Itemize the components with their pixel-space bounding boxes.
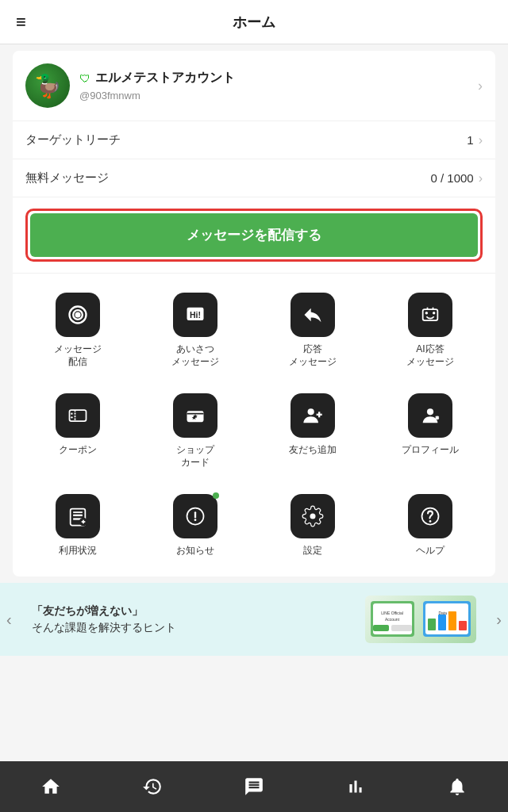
svg-text:Hi!: Hi! xyxy=(190,310,201,320)
svg-point-29 xyxy=(194,519,197,522)
shop-card-icon xyxy=(173,393,217,438)
free-messages-row[interactable]: 無料メッセージ 0 / 1000 › xyxy=(13,159,495,197)
target-reach-value: 1 xyxy=(467,133,473,147)
svg-point-10 xyxy=(71,413,72,415)
coupon-icon xyxy=(56,393,100,438)
menu-button[interactable]: ≡ xyxy=(16,12,26,33)
nav-notifications[interactable] xyxy=(434,770,480,803)
grid-item-usage[interactable]: 利用状況 xyxy=(19,488,137,564)
feature-grid: メッセージ配信 Hi! あいさつメッセージ xyxy=(13,274,495,576)
send-message-button[interactable]: メッセージを配信する xyxy=(30,213,478,257)
coupon-label: クーポン xyxy=(59,444,97,457)
grid-item-shop-card[interactable]: ショップカード xyxy=(137,387,254,475)
free-messages-chevron: › xyxy=(479,171,483,186)
send-button-outer: メッセージを配信する xyxy=(25,209,483,262)
add-friend-icon xyxy=(291,393,335,438)
svg-point-5 xyxy=(433,312,436,315)
broadcast-label: メッセージ配信 xyxy=(54,343,102,368)
shop-card-label: ショップカード xyxy=(176,444,214,469)
svg-point-30 xyxy=(310,514,316,519)
greeting-icon: Hi! xyxy=(173,293,217,337)
help-label: ヘルプ xyxy=(416,545,444,557)
grid-item-message-broadcast[interactable]: メッセージ配信 xyxy=(19,286,137,374)
grid-item-profile[interactable]: プロフィール xyxy=(371,387,489,475)
banner-section: ‹ 「友だちが増えない」 そんな課題を解決するヒント LINE Official… xyxy=(0,583,508,656)
svg-rect-37 xyxy=(373,625,389,631)
profile-row[interactable]: 🦆 🛡 エルメテストアカウント @903fmnwm › xyxy=(13,51,495,121)
banner-line2: そんな課題を解決するヒント xyxy=(32,619,176,636)
svg-point-11 xyxy=(71,416,72,418)
main-card: 🦆 🛡 エルメテストアカウント @903fmnwm › ターゲットリーチ 1 ›… xyxy=(13,51,495,576)
grid-item-reply[interactable]: 応答メッセージ xyxy=(254,286,371,374)
profile-icon xyxy=(408,393,452,438)
chevron-right-icon: › xyxy=(478,78,483,94)
svg-text:LINE Official: LINE Official xyxy=(381,611,403,615)
ai-label: AI応答メッセージ xyxy=(406,343,454,368)
grid-item-help[interactable]: ヘルプ xyxy=(371,488,489,564)
svg-point-14 xyxy=(308,408,314,415)
nav-home[interactable] xyxy=(28,770,74,803)
settings-label: 設定 xyxy=(303,545,322,557)
banner-line1: 「友だちが増えない」 xyxy=(32,603,176,619)
send-button-wrapper: メッセージを配信する xyxy=(13,197,495,274)
notice-label: お知らせ xyxy=(176,545,214,557)
settings-icon xyxy=(291,494,335,538)
ai-icon xyxy=(408,293,452,337)
nav-chat[interactable] xyxy=(231,770,277,803)
svg-point-4 xyxy=(425,312,429,315)
page-title: ホーム xyxy=(233,13,275,32)
app-header: ≡ ホーム xyxy=(0,0,508,44)
banner-next-button[interactable]: › xyxy=(496,610,502,628)
nav-history[interactable] xyxy=(129,770,175,803)
svg-rect-8 xyxy=(70,410,87,421)
svg-rect-38 xyxy=(391,625,412,631)
avatar: 🦆 xyxy=(25,63,70,108)
grid-item-coupon[interactable]: クーポン xyxy=(19,387,137,475)
reply-icon xyxy=(291,293,335,337)
target-reach-chevron: › xyxy=(479,133,483,147)
target-reach-label: ターゲットリーチ xyxy=(25,132,467,147)
svg-rect-43 xyxy=(438,615,446,630)
target-reach-row[interactable]: ターゲットリーチ 1 › xyxy=(13,121,495,159)
bottom-navigation xyxy=(0,761,508,812)
svg-point-0 xyxy=(75,312,81,318)
icon-grid: メッセージ配信 Hi! あいさつメッセージ xyxy=(19,286,489,564)
banner-image: LINE Official Account Data Hub xyxy=(365,596,476,643)
svg-rect-45 xyxy=(459,621,467,630)
svg-point-17 xyxy=(427,408,433,415)
profile-label: プロフィール xyxy=(402,444,459,457)
notice-dot xyxy=(213,492,219,499)
reply-label: 応答メッセージ xyxy=(289,343,337,368)
banner-prev-button[interactable]: ‹ xyxy=(6,610,12,628)
free-messages-label: 無料メッセージ xyxy=(25,170,430,186)
svg-rect-44 xyxy=(448,611,456,630)
nav-analytics[interactable] xyxy=(333,770,379,803)
greeting-label: あいさつメッセージ xyxy=(171,343,219,368)
notice-icon xyxy=(173,494,217,538)
grid-item-notice[interactable]: お知らせ xyxy=(137,488,254,564)
svg-point-32 xyxy=(429,520,432,523)
svg-rect-21 xyxy=(73,515,83,516)
broadcast-icon xyxy=(56,293,100,337)
grid-item-add-friend[interactable]: 友だち追加 xyxy=(254,387,371,475)
svg-text:Account: Account xyxy=(385,617,400,622)
grid-item-settings[interactable]: 設定 xyxy=(254,488,371,564)
add-friend-label: 友だち追加 xyxy=(289,444,337,457)
help-icon xyxy=(408,494,452,538)
profile-handle: @903fmnwm xyxy=(79,90,478,102)
usage-icon xyxy=(56,494,100,538)
svg-rect-42 xyxy=(428,619,436,630)
svg-rect-23 xyxy=(73,512,83,514)
free-messages-value: 0 / 1000 xyxy=(430,171,473,185)
usage-label: 利用状況 xyxy=(59,545,97,557)
shield-icon: 🛡 xyxy=(79,72,90,85)
grid-item-ai[interactable]: AI応答メッセージ xyxy=(371,286,489,374)
profile-name: エルメテストアカウント xyxy=(95,70,235,86)
grid-item-greeting[interactable]: Hi! あいさつメッセージ xyxy=(137,286,254,374)
